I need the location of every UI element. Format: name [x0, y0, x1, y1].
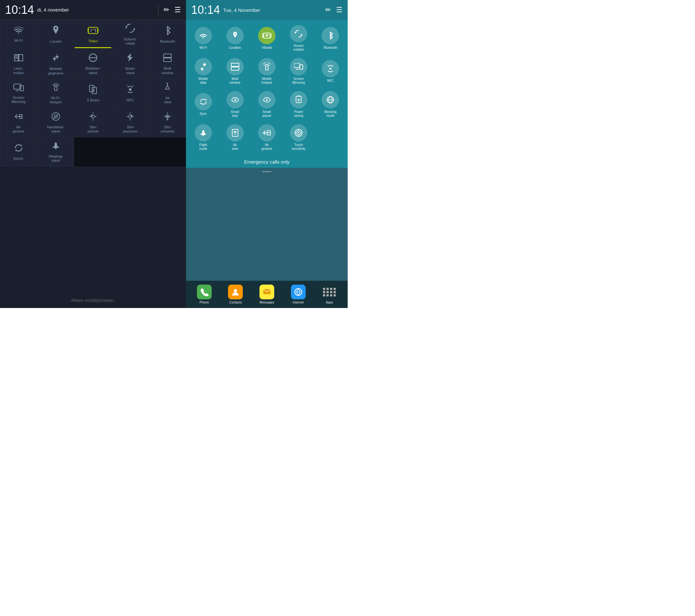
tile-screen-rotation[interactable]: Scherm-rotatie	[112, 20, 149, 49]
svg-point-41	[235, 99, 235, 100]
app-messages[interactable]: Messages	[259, 285, 274, 304]
svg-rect-9	[164, 54, 171, 57]
contacts-icon-box	[228, 285, 243, 299]
tile-mobile-data[interactable]: Mobielegegevens	[37, 49, 74, 79]
rtile-power-saving[interactable]: Powersaving	[284, 89, 313, 120]
tile-smart-scroll[interactable]: Slimschuiven	[149, 109, 186, 137]
rtile-smart-stay[interactable]: Smartstay	[220, 89, 250, 120]
mobile-data-icon	[52, 53, 60, 65]
svg-point-40	[234, 99, 236, 101]
rtile-bluetooth[interactable]: Bluetooth	[316, 23, 345, 54]
tile-handsfree[interactable]: Handsfree-stand	[37, 109, 74, 137]
app-phone[interactable]: Phone	[197, 285, 212, 304]
rtile-touch-circle	[290, 124, 307, 141]
tile-reading-mode[interactable]: Lees-modus	[0, 49, 37, 79]
rtile-power-saving-circle	[290, 91, 307, 109]
rtile-sync-circle	[195, 93, 212, 110]
rtile-blocking-mode[interactable]: Blockingmode	[316, 89, 345, 120]
app-internet-label: Internet	[293, 301, 304, 304]
rtile-multi-window[interactable]: Multiwindow	[220, 56, 250, 87]
tile-wifi[interactable]: Wi-Fi	[0, 20, 37, 49]
svg-point-43	[266, 99, 268, 101]
tile-vibrate[interactable]: 📳 Trillen	[74, 20, 111, 49]
app-contacts[interactable]: Contacts	[228, 285, 243, 304]
tile-screen-mirroring[interactable]: ScreenMirroring	[0, 79, 37, 108]
tile-flight-mode-label: Vliegtuig-stand	[48, 154, 63, 163]
rtile-nfc[interactable]: NFC	[316, 56, 345, 87]
right-edit-icon[interactable]: ✏	[325, 6, 331, 14]
tile-power-saving[interactable]: Spaar-stand	[112, 49, 149, 79]
grid-dot	[323, 291, 325, 293]
tile-flight-mode[interactable]: Vliegtuig-stand	[37, 138, 74, 167]
tile-wifi-hotspot[interactable]: Wi-Fi-hotspot	[37, 79, 74, 108]
tile-smart-sluimer[interactable]: Slimsluimer	[74, 109, 111, 137]
rtile-location-circle	[226, 27, 244, 44]
rtile-mirroring-label: ScreenMirroring	[292, 77, 305, 85]
wifi-hotspot-icon	[51, 83, 60, 94]
rtile-air-view[interactable]: Airview	[220, 122, 250, 153]
svg-rect-33	[266, 66, 268, 70]
tile-smart-scroll-label: Slimschuiven	[161, 125, 174, 133]
tile-smart-pause-label: Slimpauzeren	[123, 125, 138, 133]
wifi-icon	[14, 26, 23, 37]
bluetooth-icon	[164, 26, 171, 37]
tile-location-label: Locatie	[50, 39, 61, 44]
tile-location[interactable]: Locatie	[37, 20, 74, 49]
rtile-wifi[interactable]: Wi-Fi	[189, 23, 218, 54]
rtile-smart-pause-circle	[258, 91, 275, 109]
left-header: 10:14 di, 4 november ✏ ☰	[0, 0, 186, 20]
grid-dot	[334, 291, 336, 293]
tile-sync[interactable]: Synch.	[0, 138, 37, 167]
rtile-screen-rotation[interactable]: Screenrotation	[284, 23, 313, 54]
rtile-vibrate[interactable]: Vibrate	[252, 23, 281, 54]
tile-wifi-hotspot-label: Wi-Fi-hotspot	[50, 96, 62, 104]
tile-block-mode[interactable]: Blokkeer-stand	[74, 49, 111, 79]
svg-point-53	[298, 132, 299, 133]
left-header-icons: ✏ ☰	[158, 5, 181, 15]
rtile-air-gesture[interactable]: Airgesture	[252, 122, 281, 153]
app-apps[interactable]: Apps	[322, 285, 337, 304]
app-messages-label: Messages	[259, 301, 274, 304]
tile-s-beam[interactable]: S Beam	[74, 79, 111, 108]
rtile-smart-stay-label: Smartstay	[231, 110, 239, 118]
screen-mirroring-icon	[14, 83, 24, 94]
rtile-nfc-label: NFC	[327, 79, 334, 83]
rtile-mobile-hotspot[interactable]: Mobilehotspot	[252, 56, 281, 87]
grid-dot	[323, 294, 325, 297]
rtile-screen-mirroring[interactable]: ScreenMirroring	[284, 56, 313, 87]
app-internet[interactable]: Internet	[291, 285, 306, 304]
tile-air-view[interactable]: Airview	[149, 79, 186, 108]
tile-smart-pause[interactable]: Slimpauzeren	[112, 109, 149, 137]
svg-marker-38	[200, 103, 201, 104]
tile-nfc[interactable]: NFC	[112, 79, 149, 108]
scroll-indicator	[262, 171, 272, 172]
tile-multi-window-label: Multiwindow	[162, 66, 173, 75]
rtile-mobile-data[interactable]: Mobiledata	[189, 56, 218, 87]
svg-point-54	[234, 289, 237, 292]
edit-icon[interactable]: ✏	[164, 6, 169, 14]
rtile-nfc-circle	[322, 60, 339, 77]
tile-multi-window[interactable]: Multiwindow	[149, 49, 186, 79]
rtile-flight-label: Flightmode	[199, 143, 207, 151]
smart-pause-icon	[126, 112, 134, 123]
tile-bluetooth[interactable]: Bluetooth	[149, 20, 186, 49]
tile-screen-mirroring-label: ScreenMirroring	[12, 96, 26, 104]
rtile-flight-mode[interactable]: Flightmode	[189, 122, 218, 153]
emergency-text-right: Emergency calls only	[186, 156, 348, 168]
rtile-smart-pause[interactable]: Smartpause	[252, 89, 281, 120]
grid-dot	[334, 288, 336, 290]
svg-point-36	[329, 68, 331, 70]
menu-icon[interactable]: ☰	[174, 6, 181, 14]
air-view-icon	[163, 83, 172, 94]
rtile-location[interactable]: Location	[220, 23, 250, 54]
rtile-smart-pause-label: Smartpause	[262, 110, 271, 118]
rtile-sync[interactable]: Sync	[189, 89, 218, 120]
tile-air-gesture[interactable]: Airgesture	[0, 109, 37, 137]
right-menu-icon[interactable]: ☰	[336, 6, 342, 14]
rtile-mobile-data-circle	[195, 58, 212, 76]
emergency-text-left: Alleen noodoproepen.	[0, 293, 186, 308]
rtile-power-saving-label: Powersaving	[294, 110, 303, 118]
tile-handsfree-label: Handsfree-stand	[47, 125, 65, 133]
rtile-touch-sensitivity[interactable]: Touchsensitivity	[284, 122, 313, 153]
rtile-bluetooth-label: Bluetooth	[324, 46, 337, 50]
